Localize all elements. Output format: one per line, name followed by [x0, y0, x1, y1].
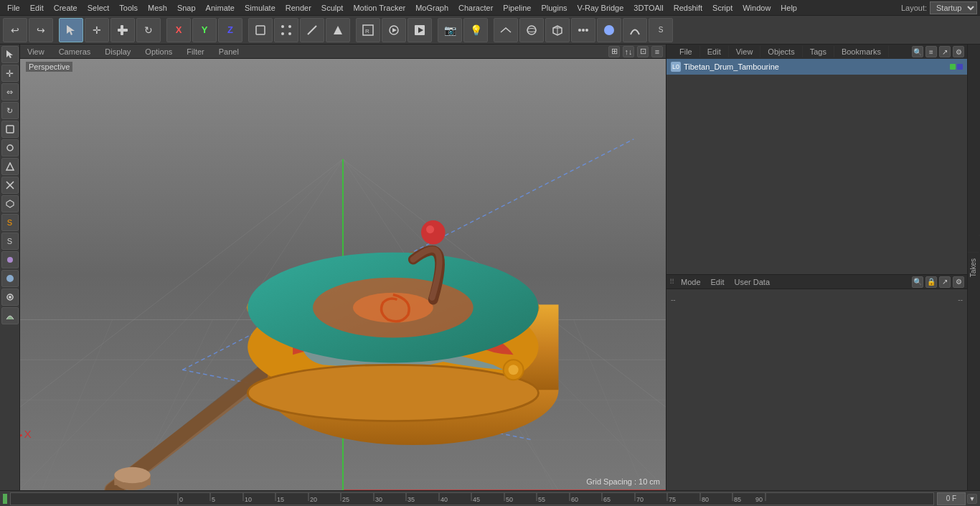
obj-search-icon[interactable]: 🔍: [912, 46, 923, 57]
obj-tab-file[interactable]: File: [672, 46, 700, 57]
color-swatch-button[interactable]: [597, 18, 621, 42]
right-panel: File Edit View Objects Tags Bookmarks 🔍 …: [666, 44, 967, 490]
attr-settings-icon[interactable]: ⚙: [953, 276, 964, 288]
timeline-icon1[interactable]: ▼: [967, 494, 977, 504]
layout-dropdown[interactable]: Startup: [930, 1, 977, 14]
vp-icon4[interactable]: ≡: [651, 46, 663, 57]
left-btn8[interactable]: [1, 177, 19, 194]
point-mode-button[interactable]: [274, 18, 298, 42]
menu-mograph[interactable]: MoGraph: [411, 2, 453, 14]
menu-redshift[interactable]: Redshift: [669, 2, 707, 14]
y-axis-button[interactable]: Y: [192, 18, 217, 42]
left-btn11[interactable]: S: [1, 233, 19, 250]
rotate-tool-button[interactable]: ↻: [136, 18, 161, 42]
vp-tab-view[interactable]: View: [23, 46, 49, 57]
menu-character[interactable]: Character: [454, 2, 497, 14]
vp-tab-panel[interactable]: Panel: [215, 46, 243, 57]
menu-tools[interactable]: Tools: [115, 2, 142, 14]
light-button[interactable]: 💡: [463, 18, 488, 42]
obj-tab-objects[interactable]: Objects: [760, 46, 802, 57]
left-move-btn[interactable]: ✛: [1, 65, 19, 82]
sphere-button[interactable]: [519, 18, 544, 42]
left-select-btn[interactable]: [1, 46, 19, 63]
render-button[interactable]: [407, 18, 432, 42]
left-btn9[interactable]: [1, 195, 19, 212]
attr-expand-icon[interactable]: ↗: [939, 276, 951, 288]
poly-mode-button[interactable]: [326, 18, 350, 42]
attr-tab-mode[interactable]: Mode: [677, 276, 705, 288]
obj-tab-view[interactable]: View: [729, 46, 761, 57]
left-btn13[interactable]: [1, 270, 19, 287]
render-region-button[interactable]: R: [356, 18, 380, 42]
vp-tab-options[interactable]: Options: [141, 46, 176, 57]
vp-tab-display[interactable]: Display: [100, 46, 135, 57]
svg-point-6: [281, 32, 284, 35]
side-tab-takes[interactable]: Takes: [968, 252, 979, 283]
menu-render[interactable]: Render: [281, 2, 316, 14]
menu-vray[interactable]: V-Ray Bridge: [573, 2, 628, 14]
vp-icon2[interactable]: ↑↓: [623, 46, 634, 57]
vp-tab-cameras[interactable]: Cameras: [55, 46, 95, 57]
tools-extra-button[interactable]: [571, 18, 595, 42]
menu-script[interactable]: Script: [708, 2, 737, 14]
scale-tool-button[interactable]: [110, 18, 135, 42]
left-btn12[interactable]: [1, 251, 19, 268]
camera-button[interactable]: 📷: [438, 18, 462, 42]
svg-marker-28: [6, 163, 14, 170]
menu-window[interactable]: Window: [738, 2, 775, 14]
floor-button[interactable]: [494, 18, 518, 42]
move-tool-button[interactable]: ✛: [85, 18, 109, 42]
menu-motion-tracker[interactable]: Motion Tracker: [349, 2, 410, 14]
left-btn14[interactable]: [1, 289, 19, 306]
obj-expand-icon[interactable]: ↗: [939, 46, 951, 57]
attr-tab-userdata[interactable]: User Data: [730, 276, 775, 288]
redo-button[interactable]: ↪: [29, 18, 53, 42]
sculpt-button[interactable]: [623, 18, 647, 42]
menu-select[interactable]: Select: [83, 2, 114, 14]
menu-sculpt[interactable]: Sculpt: [317, 2, 348, 14]
select-tool-button[interactable]: [59, 18, 83, 42]
vp-icon1[interactable]: ⊞: [608, 46, 620, 57]
ik-button[interactable]: S: [649, 18, 673, 42]
left-btn6[interactable]: [1, 139, 19, 156]
svg-point-70: [426, 225, 434, 233]
vp-icon3[interactable]: ⊡: [637, 46, 649, 57]
attr-tab-edit[interactable]: Edit: [707, 276, 729, 288]
menu-pipeline[interactable]: Pipeline: [499, 2, 535, 14]
left-scale-btn[interactable]: ⇔: [1, 83, 19, 100]
left-btn15[interactable]: [1, 307, 19, 324]
object-row-tibetan[interactable]: L0 Tibetan_Drum_Tambourine: [666, 59, 967, 75]
menu-create[interactable]: Create: [50, 2, 82, 14]
vp-tab-filter[interactable]: Filter: [182, 46, 208, 57]
z-axis-button[interactable]: Z: [218, 18, 242, 42]
menu-edit[interactable]: Edit: [26, 2, 48, 14]
viewport[interactable]: X Y Z Perspective Grid Spacing : 10 cm: [20, 59, 666, 490]
x-axis-button[interactable]: X: [166, 18, 191, 42]
obj-settings-icon[interactable]: ⚙: [953, 46, 964, 57]
obj-tab-bookmarks[interactable]: Bookmarks: [834, 46, 889, 57]
menu-snap[interactable]: Snap: [173, 2, 200, 14]
attr-search-icon[interactable]: 🔍: [912, 276, 923, 288]
menu-help[interactable]: Help: [776, 2, 801, 14]
edge-mode-button[interactable]: [300, 18, 324, 42]
object-mode-button[interactable]: [248, 18, 273, 42]
menu-mesh[interactable]: Mesh: [143, 2, 171, 14]
timeline-track[interactable]: 0 5 10 15 20 25 30 35 40 45 50: [10, 492, 934, 505]
left-rotate-btn[interactable]: ↻: [1, 102, 19, 119]
menu-plugins[interactable]: Plugins: [537, 2, 571, 14]
attr-lock-icon[interactable]: 🔒: [925, 276, 937, 288]
menu-3dtoall[interactable]: 3DTOAll: [629, 2, 667, 14]
undo-button[interactable]: ↩: [3, 18, 27, 42]
cube-button[interactable]: [545, 18, 570, 42]
menu-simulate[interactable]: Simulate: [240, 2, 280, 14]
left-btn10[interactable]: S: [1, 214, 19, 231]
render-viewport-button[interactable]: [382, 18, 406, 42]
left-btn7[interactable]: [1, 158, 19, 175]
menu-file[interactable]: File: [3, 2, 24, 14]
menu-animate[interactable]: Animate: [202, 2, 239, 14]
obj-tab-tags[interactable]: Tags: [803, 46, 834, 57]
obj-tab-edit[interactable]: Edit: [700, 46, 729, 57]
current-frame-input[interactable]: [937, 492, 966, 505]
left-btn5[interactable]: [1, 121, 19, 138]
obj-filter-icon[interactable]: ≡: [925, 46, 937, 57]
